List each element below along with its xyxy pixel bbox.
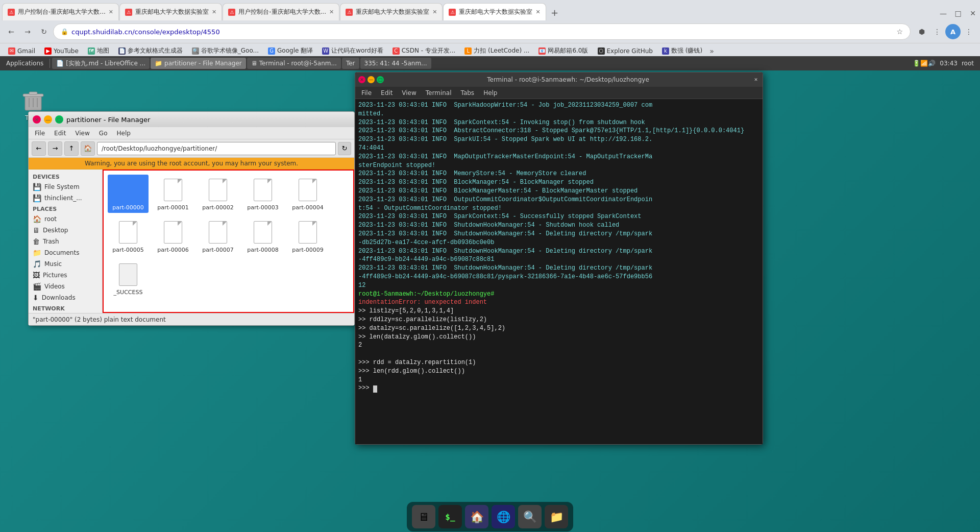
sidebar-thinclient[interactable]: 💾 thinclient_... [29,192,102,204]
new-tab-button[interactable]: + [547,4,563,20]
fm-up-button[interactable]: ↑ [64,141,79,156]
dock-search[interactable]: 🔍 [518,505,542,528]
term-content[interactable]: 2023-11-23 03:43:01 INFO SparkHadoopWrit… [355,99,763,444]
address-bar[interactable]: 🔒 cqupt.shuidilab.cn/console/expdesktop/… [53,23,911,40]
file-part-00003[interactable]: part-00003 [242,175,283,213]
fm-menu-edit[interactable]: Edit [50,129,70,138]
file-part-00004[interactable]: part-00004 [287,175,328,213]
term-menu-file[interactable]: File [357,88,376,98]
taskbar-time-item[interactable]: 335: 41: 44 -5anm... [360,58,431,69]
file-part-00000[interactable]: part-00000 [108,175,149,213]
term-close-button-right[interactable]: ✕ [752,76,760,83]
sidebar-root[interactable]: 🏠 root [29,213,102,225]
bookmark-email[interactable]: 📧 网易邮箱6.0版 [534,45,592,56]
applications-menu[interactable]: Applications [2,59,47,68]
sidebar-desktop[interactable]: 🖥 Desktop [29,225,102,236]
settings-icon[interactable]: ⋮ [930,25,944,39]
term-menu-edit[interactable]: Edit [377,88,397,98]
sidebar-filesystem[interactable]: 💾 File System [29,181,102,192]
sidebar-documents[interactable]: 📁 Documents [29,247,102,258]
bookmark-leetcode[interactable]: L 力扣 (LeetCode) ... [460,45,533,56]
dock-files[interactable]: 🖥 [412,505,435,528]
tab-4-close[interactable]: ✕ [432,9,437,15]
bookmark-youtube[interactable]: ▶ YouTube [40,46,83,56]
file-part-00005[interactable]: part-00005 [108,217,149,255]
sidebar-pictures[interactable]: 🖼 Pictures [29,270,102,281]
term-menu-terminal[interactable]: Terminal [422,88,456,98]
reload-button[interactable]: ↻ [37,25,51,39]
file-part-00008[interactable]: part-00008 [242,217,283,255]
tab-3[interactable]: ⚠ 用户控制台-重庆邮电大学大数... ✕ [223,3,339,20]
tab-4[interactable]: ⚠ 重庆邮电大学大数据实验室 ✕ [340,3,443,20]
file-part-00009[interactable]: part-00009 [287,217,328,255]
taskbar-libreoffice-label: [实验九.md - LibreOffice ... [66,59,145,68]
close-browser-button[interactable]: ✕ [966,6,980,20]
bookmark-github[interactable]: ⬡ Explore GitHub [594,46,657,56]
bookmark-maps[interactable]: 🗺 地图 [84,45,113,56]
profile-button[interactable]: A [945,24,961,39]
file-part-00006[interactable]: part-00006 [153,217,193,255]
fm-forward-button[interactable]: → [48,141,62,156]
tab-1[interactable]: ⚠ 用户控制台-重庆邮电大学大数... ✕ [2,3,119,20]
fm-close-button[interactable]: ✕ [33,115,41,124]
term-menu-tabs[interactable]: Tabs [457,88,479,98]
taskbar-filemanager[interactable]: 📁 partitioner - File Manager [151,58,246,69]
devices-section-title: DEVICES [29,172,102,181]
term-menu-view[interactable]: View [398,88,420,98]
file-part-00001[interactable]: part-00001 [153,175,193,213]
bookmark-csdn[interactable]: C CSDN - 专业开发... [388,45,460,56]
bookmark-gmail[interactable]: ✉ Gmail [4,46,39,56]
more-options-icon[interactable]: ⋮ [962,25,976,39]
bookmark-qiang[interactable]: k 数强 (赚钱) [658,45,706,56]
fm-minimize-button[interactable]: — [44,115,52,124]
back-button[interactable]: ← [4,25,18,39]
file-part-00002[interactable]: part-00002 [198,175,238,213]
fm-refresh-button[interactable]: ↻ [338,142,351,155]
file-success[interactable]: _SUCCESS [108,259,149,298]
term-minimize-button[interactable]: — [368,76,375,83]
dock-network[interactable]: 🌐 [492,505,515,528]
maximize-button[interactable]: □ [951,6,965,20]
extensions-icon[interactable]: ⬢ [915,25,929,39]
doc-shape-9 [299,221,317,244]
bookmark-translate[interactable]: G Google 翻译 [264,45,317,56]
term-titlebar: ✕ — □ Terminal - root@i-5anmaewh: ~/Desk… [355,72,763,87]
tab-5-close[interactable]: ✕ [535,9,540,15]
bookmark-refs[interactable]: 📄 参考文献格式生成器 [114,45,187,56]
file-part-00007[interactable]: part-00007 [198,217,238,255]
taskbar-terminal1[interactable]: 🖥 Terminal - root@i-5anm... [247,58,341,69]
fm-path-bar[interactable]: /root/Desktop/luozhongye/partitioner/ [97,142,336,155]
dock-terminal[interactable]: $_ [438,505,462,528]
sidebar-videos[interactable]: 🎬 Videos [29,281,102,292]
bookmarks-more-button[interactable]: » [709,47,714,55]
fm-home-button[interactable]: 🏠 [81,141,95,156]
dock-folder[interactable]: 📁 [545,505,568,528]
term-line-8: 2023-11-23 03:43:01 INFO BlockManagerMas… [358,187,760,196]
term-close-button[interactable]: ✕ [358,76,365,83]
sidebar-music[interactable]: 🎵 Music [29,258,102,270]
minimize-button[interactable]: — [936,6,950,20]
fm-maximize-button[interactable]: □ [55,115,63,124]
taskbar-terminal2[interactable]: Ter [342,58,359,69]
fm-menu-go[interactable]: Go [95,129,112,138]
bookmark-scholar[interactable]: 🔍 谷歌学术镜像_Goo... [188,45,263,56]
fm-menu-help[interactable]: Help [112,129,134,138]
tab-5[interactable]: ⚠ 重庆邮电大学大数据实验室 ✕ [443,3,546,20]
term-menu-help[interactable]: Help [479,88,501,98]
tab-3-close[interactable]: ✕ [329,9,334,15]
dock-home[interactable]: 🏠 [465,505,488,528]
fm-menu-view[interactable]: View [71,129,93,138]
tab-2-close[interactable]: ✕ [212,9,216,15]
bookmark-word[interactable]: W 让代码在word好看 [318,45,387,56]
sidebar-downloads[interactable]: ⬇ Downloads [29,292,102,303]
sidebar-trash[interactable]: 🗑 Trash [29,236,102,247]
forward-button[interactable]: → [20,25,35,39]
tab-2[interactable]: ⚠ 重庆邮电大学大数据实验室 ✕ [119,3,222,20]
fm-back-button[interactable]: ← [32,141,46,156]
taskbar-libreoffice[interactable]: 📄 [实验九.md - LibreOffice ... [52,58,150,69]
trash-svg [22,88,44,112]
term-maximize-button[interactable]: □ [377,76,384,83]
tab-1-close[interactable]: ✕ [109,9,113,15]
bookmark-star-icon[interactable]: ☆ [896,28,903,36]
fm-menu-file[interactable]: File [31,129,49,138]
